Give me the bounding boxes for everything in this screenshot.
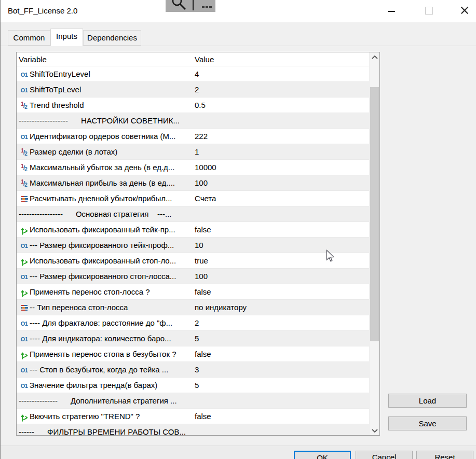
boolean-type-icon: [19, 347, 30, 361]
param-row[interactable]: O1--- Размер фиксированного тейк-проф...…: [17, 238, 369, 253]
variable-label: --------------- Дополнительная стратегия…: [19, 396, 177, 405]
value-cell[interactable]: 100: [192, 269, 369, 284]
scrollbar-down-button[interactable]: [370, 425, 379, 435]
value-cell[interactable]: 222: [192, 129, 369, 144]
value-cell[interactable]: 5: [192, 331, 369, 346]
param-row[interactable]: 1/2Максимальный убыток за день (в ед.д..…: [17, 160, 369, 175]
value-cell[interactable]: [192, 206, 369, 221]
variable-label: ShiftToTpLevel: [30, 85, 81, 94]
integer-type-icon: O1: [19, 362, 30, 377]
vertical-scrollbar[interactable]: [369, 52, 379, 435]
variable-cell: Применять перенос стопа в безубыток ?: [17, 346, 191, 361]
param-row[interactable]: O1---- Для фракталов: расстояние до "ф..…: [17, 315, 369, 331]
variable-cell: O1--- Размер фиксированного стоп-лосса..…: [17, 269, 191, 284]
value-cell[interactable]: 10000: [192, 160, 369, 175]
param-row[interactable]: O1---- Для индикатора: количество баро..…: [17, 331, 369, 346]
tab-inputs[interactable]: Inputs: [50, 29, 83, 46]
param-row[interactable]: O1Идентификатор ордеров советника (М...2…: [17, 129, 369, 144]
variable-cell: ------ ФИЛЬТРЫ ВРЕМЕНИ РАБОТЫ СОВ...: [17, 424, 191, 436]
value-cell[interactable]: [192, 113, 369, 128]
param-row[interactable]: Использовать фиксированный стоп-ло...tru…: [17, 253, 369, 269]
section-separator-row[interactable]: ------ ФИЛЬТРЫ ВРЕМЕНИ РАБОТЫ СОВ...: [17, 424, 369, 436]
param-row[interactable]: Применять перенос стопа в безубыток ?fal…: [17, 346, 369, 362]
value-cell[interactable]: 2: [192, 82, 369, 97]
variable-label: Размер сделки (в лотах): [30, 147, 117, 156]
value-cell[interactable]: 4: [192, 66, 369, 81]
cancel-button[interactable]: Cancel: [356, 451, 413, 459]
close-button[interactable]: [457, 5, 471, 16]
variable-label: Вкючить стратегию "TREND" ?: [30, 412, 140, 421]
param-row[interactable]: O1--- Стоп в безубыток, когда до тейка .…: [17, 362, 369, 378]
expert-properties-dialog: Common Inputs Dependencies Variable Valu…: [1, 22, 476, 459]
window-title: Bot_FF_License 2.0: [8, 6, 77, 15]
variable-cell: 1/2Максимальная прибыль за день (в ед...…: [17, 175, 191, 190]
maximize-button[interactable]: [422, 6, 436, 15]
integer-type-icon: O1: [19, 331, 30, 346]
value-cell[interactable]: 1: [192, 144, 369, 159]
value-cell[interactable]: 10: [192, 238, 369, 253]
param-row[interactable]: O1Значение фильтра тренда(в барах)5: [17, 378, 369, 393]
tab-common[interactable]: Common: [8, 30, 50, 46]
maximize-icon: [425, 7, 433, 15]
minimize-button[interactable]: [385, 7, 398, 16]
param-row[interactable]: 1/2Максимальная прибыль за день (в ед...…: [17, 175, 369, 191]
value-cell[interactable]: 3: [192, 362, 369, 377]
value-cell[interactable]: по индикатору: [192, 300, 369, 315]
chevron-down-icon: [372, 428, 378, 433]
param-row[interactable]: 1/2Trend threshold0.5: [17, 98, 369, 113]
enum-type-icon: [19, 300, 30, 315]
boolean-type-icon: [19, 254, 30, 268]
param-row[interactable]: O1ShiftToEntryLevel4: [17, 66, 369, 82]
value-cell[interactable]: [192, 424, 369, 436]
value-cell[interactable]: 100: [192, 175, 369, 190]
value-cell[interactable]: false: [192, 222, 369, 237]
value-cell[interactable]: [192, 393, 369, 408]
param-row[interactable]: Расчитывать дневной убыток/прибыл...Счет…: [17, 191, 369, 206]
variable-label: Максимальный убыток за день (в ед.д...: [30, 163, 174, 172]
value-cell[interactable]: false: [192, 409, 369, 424]
integer-type-icon: O1: [19, 378, 30, 393]
screen-capture-toolbar[interactable]: [166, 0, 215, 12]
param-row[interactable]: Применять перенос стоп-лосса ?false: [17, 284, 369, 300]
double-type-icon: 1/2: [19, 160, 30, 175]
variable-label: Применять перенос стопа в безубыток ?: [30, 350, 176, 358]
boolean-type-icon: [19, 285, 30, 299]
load-button[interactable]: Load: [388, 394, 467, 408]
variable-label: Идентификатор ордеров советника (М...: [30, 132, 175, 141]
column-header-variable: Variable: [19, 52, 47, 66]
variable-label: --- Размер фиксированного тейк-проф...: [30, 241, 174, 249]
variable-label: --- Размер фиксированного стоп-лосса...: [30, 272, 176, 281]
boolean-type-icon: [19, 409, 30, 424]
value-cell[interactable]: true: [192, 253, 369, 268]
section-separator-row[interactable]: --------------- Дополнительная стратегия…: [17, 393, 369, 409]
scrollbar-thumb[interactable]: [370, 87, 379, 341]
variable-cell: Расчитывать дневной убыток/прибыл...: [17, 191, 191, 206]
param-table-body: O1ShiftToEntryLevel4O1ShiftToTpLevel21/2…: [17, 66, 369, 435]
variable-cell: O1---- Для фракталов: расстояние до "ф..…: [17, 315, 191, 330]
value-cell[interactable]: 5: [192, 378, 369, 393]
variable-cell: O1Идентификатор ордеров советника (М...: [17, 129, 191, 144]
variable-label: Значение фильтра тренда(в барах): [30, 381, 157, 390]
value-cell[interactable]: Счета: [192, 191, 369, 206]
param-row[interactable]: Вкючить стратегию "TREND" ?false: [17, 409, 369, 424]
section-separator-row[interactable]: ------------------- НАСТРОЙКИ СОВЕТНИК..…: [17, 113, 369, 129]
value-cell[interactable]: false: [192, 346, 369, 361]
integer-type-icon: O1: [19, 315, 30, 330]
value-cell[interactable]: false: [192, 284, 369, 299]
param-row[interactable]: O1--- Размер фиксированного стоп-лосса..…: [17, 269, 369, 284]
variable-label: Использовать фиксированный тейк-пр...: [30, 225, 175, 234]
scrollbar-up-button[interactable]: [370, 52, 379, 62]
value-cell[interactable]: 0.5: [192, 98, 369, 113]
save-button[interactable]: Save: [388, 416, 467, 430]
variable-cell: Использовать фиксированный стоп-ло...: [17, 253, 191, 268]
value-cell[interactable]: 2: [192, 315, 369, 330]
tab-dependencies[interactable]: Dependencies: [83, 30, 141, 46]
param-row[interactable]: O1ShiftToTpLevel2: [17, 82, 369, 98]
param-row[interactable]: Использовать фиксированный тейк-пр...fal…: [17, 222, 369, 238]
reset-button[interactable]: Reset: [416, 451, 473, 459]
section-separator-row[interactable]: ----------------- Основная стратегия ---…: [17, 206, 369, 222]
ok-button[interactable]: OK: [294, 451, 351, 459]
param-row[interactable]: -- Тип переноса стоп-лоссапо индикатору: [17, 300, 369, 315]
param-row[interactable]: 1/2Размер сделки (в лотах)1: [17, 144, 369, 160]
variable-label: ----------------- Основная стратегия ---…: [19, 210, 172, 218]
